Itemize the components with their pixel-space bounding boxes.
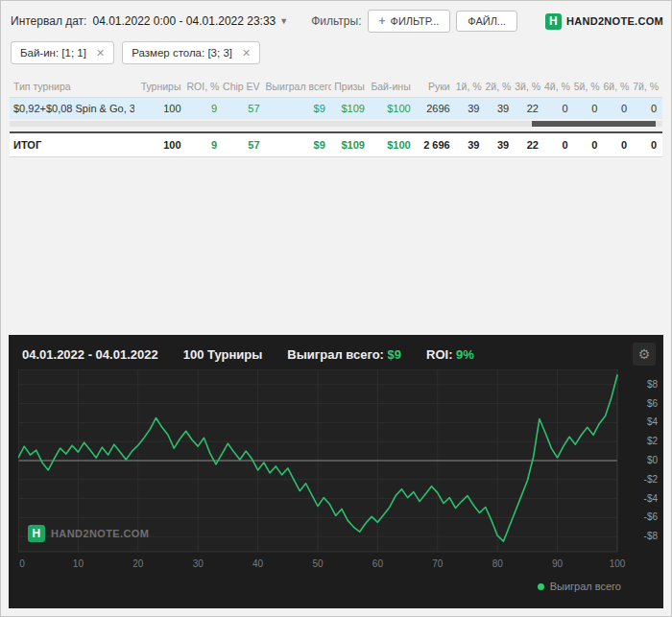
app-window: Интервал дат: 04.01.2022 0:00 - 04.01.20… xyxy=(0,0,672,617)
total-chip-ev: 57 xyxy=(223,133,265,156)
svg-text:$8: $8 xyxy=(647,379,659,390)
svg-text:0: 0 xyxy=(19,558,25,569)
cell-hands: 2696 xyxy=(417,98,456,119)
date-range-picker[interactable]: 04.01.2022 0:00 - 04.01.2022 23:33 ▼ xyxy=(92,14,288,28)
total-2nd: 39 xyxy=(485,133,515,156)
total-4th: 0 xyxy=(544,133,574,156)
col-header-roi[interactable]: ROI, % xyxy=(187,76,224,97)
col-header-won-total[interactable]: Выиграл всего xyxy=(266,76,331,97)
total-3rd: 22 xyxy=(515,133,544,156)
svg-text:-$6: -$6 xyxy=(644,511,659,522)
svg-text:$6: $6 xyxy=(647,398,659,409)
cell-1st: 39 xyxy=(456,98,486,119)
plus-icon: + xyxy=(379,14,386,28)
table-row[interactable]: $0,92+$0,08 Spin & Go, 3max 100 9 57 $9 … xyxy=(10,98,662,119)
col-header-buyins[interactable]: Бай-ины xyxy=(371,76,417,97)
total-7th: 0 xyxy=(633,133,662,156)
chart-date-range: 04.01.2022 - 04.01.2022 xyxy=(22,347,158,362)
total-1st: 39 xyxy=(456,133,486,156)
filter-chip-label: Бай-ин: [1; 1] xyxy=(20,47,86,59)
chart-header: 04.01.2022 - 04.01.2022 100 Турниры Выиг… xyxy=(9,335,663,366)
svg-text:50: 50 xyxy=(312,558,324,569)
total-5th: 0 xyxy=(574,133,604,156)
svg-text:80: 80 xyxy=(492,558,504,569)
total-6th: 0 xyxy=(603,133,633,156)
col-header-3rd[interactable]: 3й, % xyxy=(515,76,544,97)
col-header-1st[interactable]: 1й, % xyxy=(456,76,486,97)
winnings-line-chart: 0102030405060708090100$8$6$4$2$0-$2-$4-$… xyxy=(18,369,661,579)
won-label: Выиграл всего: xyxy=(287,347,384,362)
col-header-4th[interactable]: 4й, % xyxy=(544,76,574,97)
cell-tournament-type: $0,92+$0,08 Spin & Go, 3max xyxy=(10,98,134,119)
col-header-tournament-type[interactable]: Тип турнира xyxy=(10,76,134,97)
svg-text:60: 60 xyxy=(372,558,384,569)
filter-chip-buyin[interactable]: Бай-ин: [1; 1] ✕ xyxy=(11,41,114,64)
close-icon[interactable]: ✕ xyxy=(96,48,105,59)
svg-text:30: 30 xyxy=(193,558,204,569)
hand2note-logo-icon: H xyxy=(545,13,562,30)
brand: H HAND2NOTE.COM xyxy=(545,13,663,30)
svg-text:-$4: -$4 xyxy=(644,493,659,504)
brand-text: HAND2NOTE.COM xyxy=(566,15,663,27)
cell-4th: 0 xyxy=(544,98,574,119)
cell-5th: 0 xyxy=(574,98,604,119)
total-label: ИТОГ xyxy=(10,133,134,156)
total-tournaments: 100 xyxy=(134,133,187,156)
col-header-prizes[interactable]: Призы xyxy=(331,76,371,97)
col-header-chip-ev[interactable]: Chip EV xyxy=(223,76,265,97)
svg-text:20: 20 xyxy=(132,558,144,569)
add-filter-button[interactable]: + ФИЛЬТР... xyxy=(368,10,451,33)
chart-panel: 04.01.2022 - 04.01.2022 100 Турниры Выиг… xyxy=(9,335,663,608)
file-button-label: ФАЙЛ... xyxy=(468,15,506,27)
close-icon[interactable]: ✕ xyxy=(242,48,251,59)
chart-roi: ROI: 9% xyxy=(426,347,474,362)
chart-won-total: Выиграл всего: $9 xyxy=(287,347,401,362)
filter-chips: Бай-ин: [1; 1] ✕ Размер стола: [3; 3] ✕ xyxy=(1,33,671,64)
date-range-value: 04.01.2022 0:00 - 04.01.2022 23:33 xyxy=(92,14,276,28)
svg-text:10: 10 xyxy=(73,558,84,569)
col-header-6th[interactable]: 6й, % xyxy=(603,76,633,97)
cell-won-total: $9 xyxy=(266,98,331,119)
chevron-down-icon: ▼ xyxy=(279,16,288,26)
cell-6th: 0 xyxy=(603,98,633,119)
filter-chip-label: Размер стола: [3; 3] xyxy=(132,47,232,59)
col-header-7th[interactable]: 7й, % xyxy=(633,76,662,97)
total-prizes: $109 xyxy=(331,133,371,156)
roi-value: 9% xyxy=(456,347,474,362)
col-header-2nd[interactable]: 2й, % xyxy=(485,76,515,97)
scrollbar-thumb[interactable] xyxy=(532,121,656,127)
chart-legend[interactable]: Выиграл всего xyxy=(9,579,663,600)
filters-label: Фильтры: xyxy=(311,14,361,28)
date-interval-label: Интервал дат: xyxy=(11,14,86,28)
svg-text:$2: $2 xyxy=(647,436,659,446)
svg-text:40: 40 xyxy=(252,558,264,569)
col-header-hands[interactable]: Руки xyxy=(417,76,456,97)
chart-tournaments-count: 100 Турниры xyxy=(183,347,263,362)
filter-chip-table-size[interactable]: Размер стола: [3; 3] ✕ xyxy=(122,41,260,64)
svg-text:90: 90 xyxy=(552,558,564,569)
toolbar: Интервал дат: 04.01.2022 0:00 - 04.01.20… xyxy=(1,1,671,33)
cell-prizes: $109 xyxy=(331,98,371,119)
svg-text:$4: $4 xyxy=(647,416,659,427)
table-header-row: Тип турнира Турниры ROI, % Chip EV Выигр… xyxy=(10,76,662,98)
total-roi: 9 xyxy=(187,133,224,156)
svg-text:70: 70 xyxy=(432,558,444,569)
gear-icon[interactable]: ⚙ xyxy=(633,343,656,366)
add-filter-label: ФИЛЬТР... xyxy=(391,15,440,27)
cell-2nd: 39 xyxy=(485,98,515,119)
total-won-total: $9 xyxy=(266,133,331,156)
file-button[interactable]: ФАЙЛ... xyxy=(456,11,517,32)
cell-chip-ev: 57 xyxy=(223,98,265,119)
cell-3rd: 22 xyxy=(515,98,544,119)
table-total-row: ИТОГ 100 9 57 $9 $109 $100 2 696 39 39 2… xyxy=(10,131,662,157)
cell-roi: 9 xyxy=(187,98,224,119)
total-buyins: $100 xyxy=(371,133,417,156)
svg-text:-$8: -$8 xyxy=(644,531,659,541)
legend-label: Выиграл всего xyxy=(550,581,621,592)
svg-text:$0: $0 xyxy=(647,455,659,465)
cell-buyins: $100 xyxy=(371,98,417,119)
col-header-5th[interactable]: 5й, % xyxy=(574,76,604,97)
total-hands: 2 696 xyxy=(417,133,456,156)
col-header-tournaments[interactable]: Турниры xyxy=(134,76,187,97)
roi-label: ROI: xyxy=(426,347,452,362)
